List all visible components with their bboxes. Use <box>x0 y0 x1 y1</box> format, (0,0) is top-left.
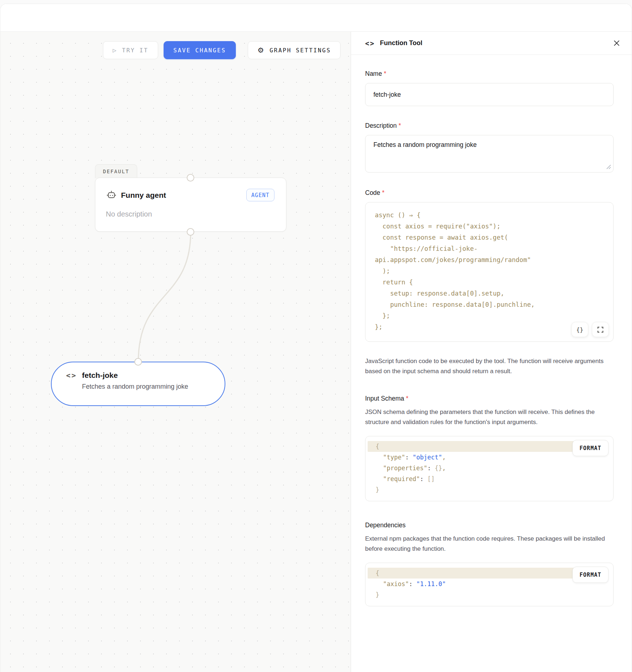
name-input[interactable] <box>365 83 614 106</box>
top-bar <box>0 4 632 32</box>
panel-header: <> Function Tool <box>351 32 632 55</box>
code-brackets-icon: <> <box>365 39 375 47</box>
agent-node-description: No description <box>106 210 274 218</box>
edge-connector <box>0 32 351 672</box>
agent-input-port[interactable] <box>187 174 194 182</box>
robot-icon <box>107 190 116 200</box>
description-field-section: Description* Fetches a random programmin… <box>365 122 614 173</box>
code-help-text: JavaScript function code to be executed … <box>365 356 614 376</box>
play-icon: ▷ <box>113 47 117 54</box>
graph-settings-button[interactable]: ⚙ GRAPH SETTINGS <box>248 41 341 59</box>
agent-type-badge: AGENT <box>246 189 274 201</box>
code-field-section: Code* async () ⇒ { const axios = require… <box>365 189 614 376</box>
save-changes-button[interactable]: SAVE CHANGES <box>164 41 236 59</box>
input-schema-editor[interactable]: { "type": "object", "properties": {}, "r… <box>365 436 614 501</box>
dependencies-label: Dependencies <box>365 522 614 529</box>
required-asterisk: * <box>382 189 385 196</box>
required-asterisk: * <box>399 122 401 129</box>
code-editor[interactable]: async () ⇒ { const axios = require("axio… <box>365 202 614 342</box>
group-tab-label: DEFAULT <box>103 169 129 174</box>
required-asterisk: * <box>384 70 386 77</box>
name-field-section: Name* <box>365 70 614 106</box>
dependencies-section: Dependencies External npm packages that … <box>365 522 614 606</box>
try-it-button[interactable]: ▷ TRY IT <box>103 41 158 59</box>
agent-output-port[interactable] <box>187 228 194 236</box>
dependencies-editor[interactable]: { "axios": "1.11.0"} FORMAT <box>365 563 614 606</box>
tool-node-fetch-joke[interactable]: <> fetch-joke Fetches a random programmi… <box>51 362 225 406</box>
name-label: Name* <box>365 70 614 78</box>
input-schema-label: Input Schema* <box>365 395 614 402</box>
format-button[interactable]: FORMAT <box>572 567 609 583</box>
tool-node-description: Fetches a random programming joke <box>82 383 214 390</box>
required-asterisk: * <box>406 395 408 402</box>
panel-title: Function Tool <box>380 39 423 47</box>
save-changes-label: SAVE CHANGES <box>173 47 226 54</box>
app-window: ▷ TRY IT SAVE CHANGES ⚙ GRAPH SETTINGS D… <box>0 4 632 672</box>
function-tool-panel: <> Function Tool Name* Description* <box>351 32 632 672</box>
description-label: Description* <box>365 122 614 130</box>
resize-handle-icon[interactable] <box>606 165 611 169</box>
close-icon[interactable] <box>611 38 622 48</box>
input-schema-section: Input Schema* JSON schema defining the p… <box>365 395 614 501</box>
dependencies-help-text: External npm packages that the function … <box>365 534 614 554</box>
tool-input-port[interactable] <box>134 358 142 366</box>
tool-node-title: fetch-joke <box>82 371 118 380</box>
input-schema-help-text: JSON schema defining the parameters that… <box>365 407 614 427</box>
format-button[interactable]: FORMAT <box>572 440 609 456</box>
expand-fullscreen-button[interactable] <box>592 322 609 337</box>
agent-node[interactable]: Funny agent AGENT No description <box>95 178 286 232</box>
panel-body: Name* Description* Fetches a random prog… <box>351 55 632 672</box>
gear-icon: ⚙ <box>257 47 265 54</box>
graph-canvas[interactable]: ▷ TRY IT SAVE CHANGES ⚙ GRAPH SETTINGS D… <box>0 32 351 672</box>
code-label: Code* <box>365 189 614 197</box>
code-brackets-icon: <> <box>66 371 82 380</box>
code-editor-content[interactable]: async () ⇒ { const axios = require("axio… <box>365 202 613 341</box>
description-textarea[interactable]: Fetches a random programming joke <box>365 135 614 173</box>
group-tab-default[interactable]: DEFAULT <box>95 164 137 178</box>
format-braces-button[interactable]: {} <box>571 322 588 337</box>
fullscreen-icon <box>597 327 603 333</box>
agent-node-title: Funny agent <box>121 191 166 200</box>
try-it-label: TRY IT <box>122 47 148 54</box>
graph-settings-label: GRAPH SETTINGS <box>269 47 331 54</box>
main-area: ▷ TRY IT SAVE CHANGES ⚙ GRAPH SETTINGS D… <box>0 32 632 672</box>
